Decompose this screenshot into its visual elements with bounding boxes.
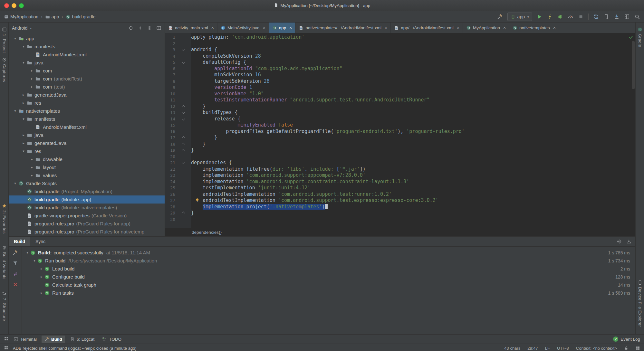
tree-item-build-gradle-project-myapplication[interactable]: build.gradle(Project: MyApplication) <box>9 187 165 195</box>
profiler-icon[interactable] <box>568 14 573 20</box>
tool-stripe-7-structure[interactable]: 7: Structure <box>2 291 7 321</box>
chevron-down-icon[interactable]: ▾ <box>20 61 27 65</box>
build-row-run-build[interactable]: ▾Run build/Users/jweisbaum/Desktop/MyApp… <box>22 257 635 265</box>
tree-item-manifests[interactable]: ▾manifests <box>9 43 165 51</box>
gutter[interactable]: 6 <box>165 66 191 72</box>
chevron-right-icon[interactable]: ▸ <box>20 93 27 97</box>
tree-item-generatedjava[interactable]: ▸generatedJava <box>9 139 165 147</box>
tree-item-res[interactable]: ▾res <box>9 147 165 155</box>
tree-item-gradle-scripts[interactable]: ▾Gradle Scripts <box>9 179 165 187</box>
tree-item-com[interactable]: ▸com <box>9 67 165 75</box>
chevron-right-icon[interactable]: ▸ <box>29 173 35 177</box>
status-widget-43-chars[interactable]: 43 chars <box>504 346 520 351</box>
gutter[interactable]: 14 <box>165 116 191 122</box>
editor-tab-myapplication[interactable]: MyApplication× <box>463 23 509 33</box>
status-corner-switcher-icon[interactable] <box>4 346 8 350</box>
stop-icon[interactable] <box>578 14 584 20</box>
chevron-right-icon[interactable]: ▸ <box>29 69 35 73</box>
gutter[interactable]: 29 <box>165 210 191 216</box>
chevron-right-icon[interactable]: ▸ <box>29 85 35 89</box>
build-row-calculate-task-graph[interactable]: Calculate task graph14 ms <box>22 281 635 289</box>
close-tab-icon[interactable]: × <box>211 25 214 30</box>
tree-item-values[interactable]: ▸values <box>9 171 165 179</box>
fold-marker-icon[interactable] <box>182 111 185 114</box>
tool-window-button-todo[interactable]: TODO <box>99 336 124 343</box>
build-panel-tab-build[interactable]: Build <box>9 237 30 246</box>
build-panel-tab-sync[interactable]: Sync <box>30 237 51 246</box>
build-toolbar-funnel-icon[interactable] <box>13 261 18 266</box>
sdk-manager-icon[interactable] <box>614 14 620 20</box>
chevron-right-icon[interactable]: ▸ <box>20 141 27 145</box>
chevron-down-icon[interactable]: ▾ <box>20 117 27 121</box>
chevron-right-icon[interactable]: ▸ <box>39 291 44 295</box>
run-configuration-dropdown[interactable]: app▾ <box>507 13 532 21</box>
fold-marker-icon[interactable] <box>182 137 185 140</box>
editor-tab-activity-main-xml[interactable]: activity_main.xml× <box>165 23 217 33</box>
gutter[interactable]: 13 <box>165 109 191 116</box>
event-log-button[interactable]: 2 Event Log <box>613 337 640 342</box>
gutter[interactable]: 16 <box>165 128 191 135</box>
editor-tab-mainactivity-java[interactable]: CMainActivity.java× <box>217 23 269 33</box>
tool-window-button-terminal[interactable]: Terminal <box>11 336 40 343</box>
gutter[interactable]: 20 <box>165 154 191 160</box>
fold-marker-icon[interactable] <box>182 61 185 64</box>
fold-marker-icon[interactable] <box>182 48 185 51</box>
build-row-load-build[interactable]: ▸Load build2 ms <box>22 265 635 273</box>
breadcrumb-myapplication[interactable]: MyApplication <box>4 14 38 19</box>
tool-stripe-device-file-explorer[interactable]: Device File Explorer <box>638 280 642 327</box>
fold-marker-icon[interactable] <box>182 143 185 146</box>
status-widget-utf-8[interactable]: UTF-8 <box>557 346 569 351</box>
tree-item-build-gradle-module-nativetemplates[interactable]: build.gradle(Module: nativetemplates) <box>9 204 165 212</box>
editor-tab-app-androidmanifest-xml[interactable]: app/.../AndroidManifest.xml× <box>391 23 463 33</box>
build-row-run-tasks[interactable]: ▸Run tasks1 s 589 ms <box>22 289 635 297</box>
editor-breadcrumbs[interactable]: dependencies{} <box>165 228 635 236</box>
tree-item-androidmanifest-xml[interactable]: AndroidManifest.xml <box>9 123 165 131</box>
tool-stripe-build-variants[interactable]: Build Variants <box>2 245 7 280</box>
tool-window-button-build[interactable]: Build <box>42 336 65 343</box>
tree-item-proguard-rules-pro-proguard-rules-for-app[interactable]: proguard-rules.pro(ProGuard Rules for ap… <box>9 220 165 228</box>
build-header-import-icon[interactable] <box>626 239 631 244</box>
run-icon[interactable] <box>537 14 543 20</box>
breadcrumb-dependencies[interactable]: dependencies{} <box>192 230 222 235</box>
tree-item-gradle-wrapper-properties-gradle-version[interactable]: gradle-wrapper.properties(Gradle Version… <box>9 212 165 220</box>
tool-stripe-2-favorites[interactable]: 2: Favorites <box>2 204 7 234</box>
gutter[interactable]: 23 <box>165 172 191 179</box>
tree-item-res[interactable]: ▸res <box>9 99 165 107</box>
tree-item-drawable[interactable]: ▸drawable <box>9 155 165 163</box>
tool-window-switcher-icon[interactable] <box>4 336 9 341</box>
tool-window-button-6-logcat[interactable]: 6: Logcat <box>67 336 98 343</box>
close-tab-icon[interactable]: × <box>263 25 265 30</box>
status-widget-28-47[interactable]: 28:47 <box>527 346 538 351</box>
gutter[interactable]: 17 <box>165 135 191 141</box>
tree-item-androidmanifest-xml[interactable]: AndroidManifest.xml <box>9 51 165 59</box>
gutter[interactable]: 28 <box>165 204 191 210</box>
editor-tab-app[interactable]: app× <box>269 23 296 33</box>
breadcrumb-build-gradle[interactable]: build.gradle <box>66 14 95 19</box>
gutter[interactable]: 11 <box>165 97 191 103</box>
chevron-down-icon[interactable]: ▾ <box>32 259 37 263</box>
build-toolbar-hammer-icon[interactable] <box>13 250 18 255</box>
project-panel-hide-icon[interactable] <box>156 25 161 31</box>
intention-bulb-icon[interactable] <box>195 198 200 204</box>
chevron-down-icon[interactable]: ▾ <box>20 149 27 153</box>
close-tab-icon[interactable]: × <box>503 25 506 30</box>
gutter[interactable]: 1 <box>165 34 191 41</box>
status-lock-icon[interactable] <box>624 346 629 350</box>
build-row-completed-successfully[interactable]: ▾Build:completed successfullyat 11/5/18,… <box>22 249 635 257</box>
build-toolbar-swap-icon[interactable] <box>13 271 18 277</box>
close-window-button[interactable] <box>4 3 9 8</box>
chevron-right-icon[interactable]: ▸ <box>39 275 44 279</box>
fold-marker-icon[interactable] <box>182 117 185 120</box>
tree-item-nativetemplates[interactable]: ▾nativetemplates <box>9 107 165 115</box>
tree-item-com-test[interactable]: ▸com(test) <box>9 83 165 91</box>
gutter[interactable]: 30 <box>165 216 191 223</box>
gutter[interactable]: 26 <box>165 191 191 198</box>
tree-item-proguard-rules-pro-proguard-rules-for-nativetemp[interactable]: proguard-rules.pro(ProGuard Rules for na… <box>9 228 165 236</box>
tree-item-build-gradle-module-app[interactable]: build.gradle(Module: app) <box>9 195 165 204</box>
tree-item-app[interactable]: ▾app <box>9 34 165 43</box>
tree-item-manifests[interactable]: ▾manifests <box>9 115 165 123</box>
chevron-right-icon[interactable]: ▸ <box>20 101 27 105</box>
build-toolbar-close-red-icon[interactable] <box>13 282 18 287</box>
gutter[interactable]: 15 <box>165 122 191 128</box>
gutter[interactable]: 19 <box>165 147 191 154</box>
